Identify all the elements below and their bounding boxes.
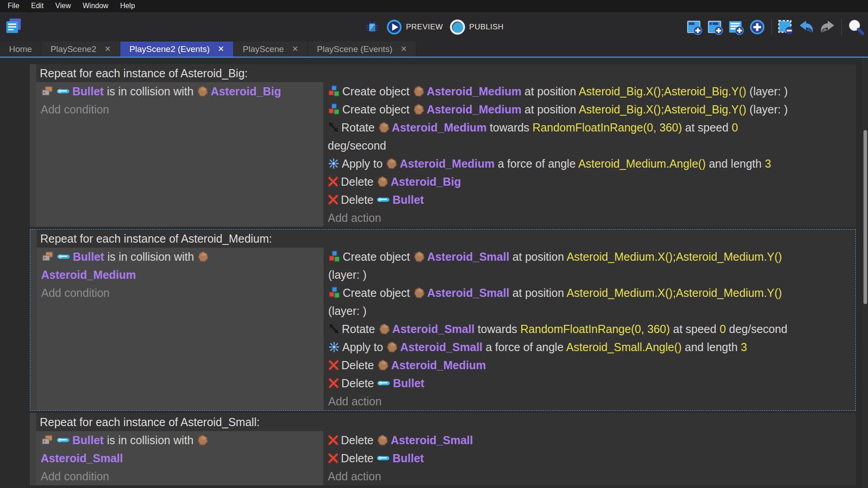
asteroid-icon (197, 434, 208, 446)
instruction-text: Create object (343, 250, 413, 263)
menu-item-window[interactable]: Window (77, 0, 114, 12)
scrollbar-thumb[interactable] (863, 130, 867, 304)
debug-icon[interactable] (364, 19, 380, 35)
publish-globe-icon (449, 19, 466, 35)
condition-line[interactable]: Bullet is in collision with Asteroid_Big (41, 82, 321, 100)
asteroid-icon (386, 341, 398, 353)
instruction-text: (layer: ) (328, 268, 367, 281)
instruction-text: towards (475, 323, 520, 335)
conditions-column: Bullet is in collision with Asteroid_Big… (36, 82, 323, 227)
choose-event-type-icon[interactable] (749, 19, 766, 36)
add-action-button[interactable]: Add action (328, 392, 855, 410)
add-condition-button[interactable]: Add condition (41, 284, 321, 302)
delete-icon (328, 435, 339, 446)
action-line[interactable]: (layer: ) (328, 302, 855, 320)
toolbar-separator (841, 19, 842, 35)
instruction-text: a force of angle (495, 157, 578, 170)
action-line[interactable]: Apply to Asteroid_Small a force of angle… (328, 338, 855, 356)
object-name: Asteroid_Big (211, 85, 281, 98)
tab-close-icon[interactable]: ✕ (401, 45, 407, 53)
delete-selection-icon[interactable] (777, 19, 794, 36)
condition-line[interactable]: Bullet is in collision with (41, 431, 321, 449)
force-icon (328, 341, 340, 353)
event-drag-handle[interactable] (30, 413, 36, 485)
instruction-text: Rotate (342, 323, 378, 335)
action-line[interactable]: Delete Bullet (328, 191, 856, 209)
add-condition-button[interactable]: Add condition (41, 467, 321, 485)
event-header[interactable]: Repeat for each instance of Asteroid_Big… (36, 64, 856, 82)
preview-button[interactable]: PREVIEW (386, 19, 443, 35)
event-main: Repeat for each instance of Asteroid_Med… (37, 230, 855, 410)
redo-icon[interactable] (819, 19, 836, 36)
tab-close-icon[interactable]: ✕ (218, 45, 224, 53)
condition-line[interactable]: Bullet is in collision with (41, 248, 321, 266)
condition-line[interactable]: Asteroid_Medium (41, 266, 321, 284)
action-line[interactable]: Delete Bullet (328, 374, 855, 392)
event-block-1[interactable]: Repeat for each instance of Asteroid_Big… (30, 64, 856, 227)
menu-item-view[interactable]: View (49, 0, 76, 12)
event-header[interactable]: Repeat for each instance of Asteroid_Med… (37, 230, 855, 248)
preview-label: PREVIEW (406, 23, 443, 32)
add-action-button[interactable]: Add action (328, 209, 856, 227)
tab-playscene2-events[interactable]: PlayScene2 (Events)✕ (120, 42, 234, 56)
add-comment-icon[interactable] (728, 19, 745, 36)
action-line[interactable]: Delete Asteroid_Small (328, 431, 856, 449)
search-icon[interactable] (847, 19, 864, 36)
tab-label: Home (9, 44, 32, 54)
object-name: Bullet (393, 377, 424, 389)
bullet-icon (377, 197, 390, 203)
tab-label: PlayScene (243, 44, 284, 54)
tab-playscene-events[interactable]: PlayScene (Events)✕ (308, 42, 416, 56)
event-drag-handle[interactable] (30, 64, 36, 227)
expression: Asteroid_Medium.X();Asteroid_Medium.Y() (566, 250, 782, 263)
action-line[interactable]: Create object Asteroid_Small at position… (328, 248, 855, 266)
asteroid-icon (197, 85, 208, 97)
expression: Asteroid_Big.X();Asteroid_Big.Y() (579, 103, 746, 116)
asteroid-icon (378, 323, 390, 335)
event-drag-handle[interactable] (30, 230, 37, 410)
add-subevent-icon[interactable] (707, 19, 724, 36)
asteroid-icon (378, 122, 390, 133)
publish-button[interactable]: PUBLISH (449, 19, 504, 35)
tab-playscene2[interactable]: PlayScene2✕ (42, 42, 121, 56)
toolbar: PREVIEW PUBLISH (0, 12, 868, 42)
action-line[interactable]: Delete Bullet (328, 449, 856, 467)
instruction-text: a force of angle (482, 341, 566, 353)
action-line[interactable]: Delete Asteroid_Medium (328, 356, 855, 374)
add-event-icon[interactable] (686, 19, 703, 36)
event-block-3[interactable]: Repeat for each instance of Asteroid_Sma… (30, 413, 856, 485)
tab-close-icon[interactable]: ✕ (292, 45, 298, 53)
action-line[interactable]: Create object Asteroid_Medium at positio… (328, 82, 856, 100)
menu-item-help[interactable]: Help (114, 0, 141, 12)
expression: 3 (741, 341, 747, 353)
event-body: Bullet is in collision with Asteroid_Big… (36, 82, 856, 227)
action-line[interactable]: (layer: ) (328, 266, 855, 284)
tab-home[interactable]: Home (0, 42, 42, 56)
scrollbar-track[interactable] (863, 58, 868, 488)
expression: 0 (731, 121, 738, 134)
instruction-text: at speed (682, 121, 732, 134)
create-object-icon (328, 85, 340, 97)
menu-item-edit[interactable]: Edit (25, 0, 50, 12)
add-condition-button[interactable]: Add condition (41, 100, 321, 118)
event-block-2[interactable]: Repeat for each instance of Asteroid_Med… (30, 229, 856, 411)
action-line[interactable]: Rotate Asteroid_Small towards RandomFloa… (328, 320, 855, 338)
condition-line[interactable]: Asteroid_Small (41, 449, 321, 467)
action-line[interactable]: Create object Asteroid_Small at position… (328, 284, 855, 302)
tab-playscene[interactable]: PlayScene✕ (234, 42, 308, 56)
event-main: Repeat for each instance of Asteroid_Sma… (36, 413, 856, 485)
action-line[interactable]: Create object Asteroid_Medium at positio… (328, 100, 856, 118)
action-line[interactable]: deg/second (328, 136, 856, 155)
undo-icon[interactable] (798, 19, 815, 36)
tab-close-icon[interactable]: ✕ (104, 45, 111, 53)
action-line[interactable]: Delete Asteroid_Big (328, 173, 856, 191)
expression: Asteroid_Big.X();Asteroid_Big.Y() (579, 85, 746, 98)
add-action-button[interactable]: Add action (328, 467, 856, 485)
action-line[interactable]: Apply to Asteroid_Medium a force of angl… (328, 155, 856, 173)
object-name: Asteroid_Big (391, 175, 461, 188)
instruction-text: and length (706, 157, 765, 170)
menu-item-file[interactable]: File (2, 0, 25, 12)
event-header[interactable]: Repeat for each instance of Asteroid_Sma… (36, 413, 856, 431)
action-line[interactable]: Rotate Asteroid_Medium towards RandomFlo… (328, 118, 856, 136)
delete-icon (328, 360, 339, 371)
